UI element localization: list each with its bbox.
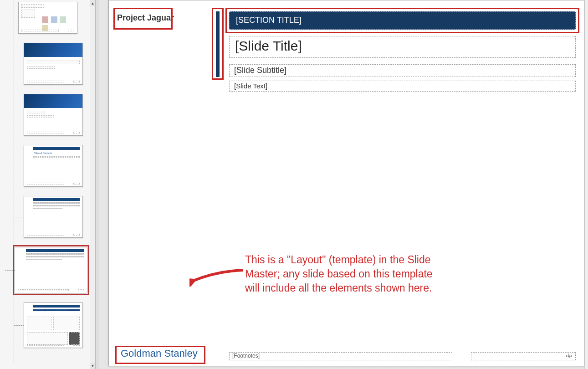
slide-subtitle-placeholder[interactable]: [Slide Subtitle]	[229, 64, 576, 77]
company-name-placeholder[interactable]: Goldman Stanley	[121, 348, 198, 359]
page-number-placeholder[interactable]: ‹#›	[471, 352, 576, 360]
thumbnail-scroll-up[interactable]: ▲	[90, 0, 95, 6]
thumbnail-layout-title-cover[interactable]	[24, 43, 83, 85]
editor-scrollbar[interactable]	[584, 0, 588, 369]
section-title-placeholder[interactable]: [SECTION TITLE]	[229, 11, 576, 30]
slide-editor-canvas: Project Jaguar [SECTION TITLE] [Slide Ti…	[98, 0, 588, 369]
app-window: Table of Contents	[0, 0, 588, 369]
slide-master-thumbnail-pane: Table of Contents	[0, 0, 96, 369]
slide-text-placeholder[interactable]: [Slide Text]	[229, 81, 576, 92]
thumbnail-scrollbar[interactable]: ▲ ▼	[90, 0, 95, 369]
accent-vertical-bar[interactable]	[216, 11, 220, 77]
thumbnail-layout-content-b[interactable]	[15, 247, 87, 293]
thumbnail-master[interactable]	[18, 2, 77, 34]
thumbnail-list: Table of Contents	[0, 0, 90, 363]
thumbnail-scroll-down[interactable]: ▼	[90, 363, 95, 369]
thumbnail-layout-content-a[interactable]	[24, 196, 83, 238]
project-name-placeholder[interactable]: Project Jaguar	[117, 13, 174, 23]
thumbnail-layout-company-profile[interactable]: Company Profile [Company Name]	[24, 302, 83, 348]
thumbnail-layout-toc[interactable]: Table of Contents	[24, 145, 83, 187]
footnotes-placeholder[interactable]: [Footnotes]	[229, 352, 452, 360]
slide-layout-surface[interactable]: Project Jaguar [SECTION TITLE] [Slide Ti…	[108, 0, 584, 366]
annotation-text: This is a "Layout" (template) in the Sli…	[245, 253, 436, 295]
thumbnail-layout-section-cover[interactable]	[24, 94, 83, 136]
slide-title-placeholder[interactable]: [Slide Title]	[229, 36, 576, 58]
